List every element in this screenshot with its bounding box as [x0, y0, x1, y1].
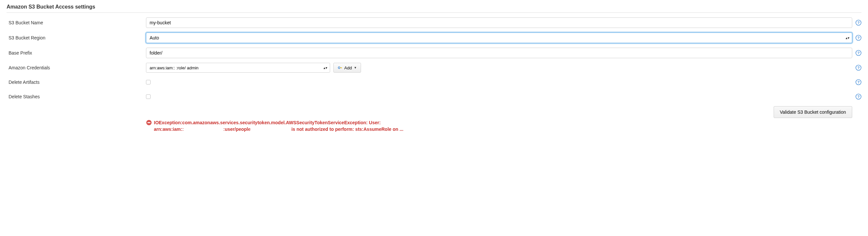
row-delete-stashes: Delete Stashes ? [7, 92, 861, 102]
checkbox-delete-stashes[interactable] [146, 94, 151, 99]
input-base-prefix[interactable] [146, 48, 852, 58]
label-delete-artifacts: Delete Artifacts [7, 79, 146, 85]
row-error: IOException:com.amazonaws.services.secur… [7, 119, 861, 133]
label-bucket-region: S3 Bucket Region [7, 35, 146, 40]
help-icon[interactable]: ? [856, 35, 861, 41]
svg-rect-16 [148, 122, 151, 123]
label-base-prefix: Base Prefix [7, 50, 146, 56]
help-icon[interactable]: ? [856, 79, 861, 85]
chevron-down-icon: ▼ [354, 66, 357, 69]
add-credentials-button[interactable]: Add ▼ [333, 63, 361, 73]
label-delete-stashes: Delete Stashes [7, 94, 146, 99]
select-credentials[interactable]: arn:aws:iam:: :role/ admin [146, 63, 330, 73]
svg-text:?: ? [858, 21, 860, 25]
row-bucket-name: S3 Bucket Name ? [7, 18, 861, 28]
validate-button[interactable]: Validate S3 Bucket configuration [774, 106, 852, 118]
checkbox-delete-artifacts[interactable] [146, 80, 151, 85]
row-bucket-region: S3 Bucket Region Auto ▴▾ ? [7, 33, 861, 43]
row-validate: Validate S3 Bucket configuration [7, 106, 861, 118]
help-icon[interactable]: ? [856, 20, 861, 26]
label-bucket-name: S3 Bucket Name [7, 20, 146, 25]
svg-text:?: ? [858, 66, 860, 70]
key-icon [338, 65, 342, 70]
row-credentials: Amazon Credentials arn:aws:iam:: :role/ … [7, 63, 861, 73]
section-title: Amazon S3 Bucket Access settings [7, 3, 861, 13]
error-icon [146, 120, 152, 126]
help-icon[interactable]: ? [856, 94, 861, 100]
svg-text:?: ? [858, 51, 860, 55]
help-icon[interactable]: ? [856, 50, 861, 56]
svg-rect-8 [341, 67, 342, 68]
svg-text:?: ? [858, 36, 860, 40]
svg-text:?: ? [858, 95, 860, 99]
row-delete-artifacts: Delete Artifacts ? [7, 77, 861, 87]
input-bucket-name[interactable] [146, 18, 852, 28]
error-message: IOException:com.amazonaws.services.secur… [154, 119, 403, 133]
row-base-prefix: Base Prefix ? [7, 48, 861, 58]
add-button-label: Add [344, 65, 352, 70]
svg-text:?: ? [858, 80, 860, 84]
svg-point-6 [338, 67, 340, 69]
label-credentials: Amazon Credentials [7, 65, 146, 70]
help-icon[interactable]: ? [856, 65, 861, 71]
select-bucket-region[interactable]: Auto [146, 33, 852, 43]
